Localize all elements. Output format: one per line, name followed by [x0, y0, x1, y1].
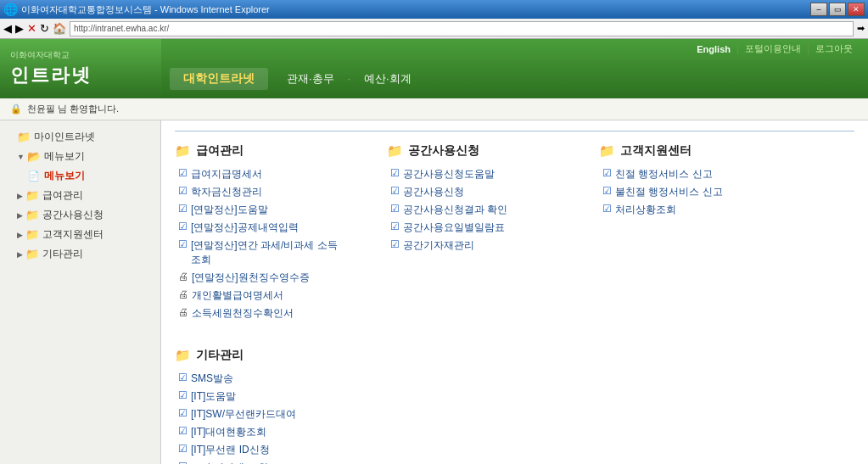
section-space-title: 공간사용신청 [408, 143, 479, 159]
folder-icon: 📁 [25, 189, 39, 203]
lock-icon: 🔒 [10, 103, 22, 115]
window-controls[interactable]: – ▭ ✕ [810, 3, 865, 16]
menu-item-other-3[interactable]: ☑ [IT]SW/무선랜카드대여 [175, 405, 854, 423]
titlebar: 🌐 이화여자대학교통합정보시스템 - Windows Internet Expl… [0, 0, 868, 19]
section-folder-icon: 📁 [599, 143, 615, 159]
section-space-header: 📁 공간사용신청 [387, 143, 574, 159]
expand-icon: ▶ [17, 192, 23, 200]
sidebar-item-support[interactable]: ▶ 📁 고객지원센터 [0, 225, 160, 244]
menu-item-salary-5[interactable]: ☑ [연말정산]연간 과세/비과세 소득조회 [175, 237, 361, 269]
stop-icon[interactable]: ✕ [27, 22, 36, 35]
check-icon: ☑ [178, 407, 188, 419]
home-icon[interactable]: 🏠 [53, 22, 66, 35]
check-icon: ☑ [390, 238, 400, 250]
content-area: 📁 급여관리 ☑ 급여지급명세서 ☑ 학자금신청관리 ☑ [연말정산]도움말 ☑ [161, 120, 868, 464]
link-logout[interactable]: 로그아웃 [809, 42, 860, 55]
check-icon: ☑ [178, 389, 188, 401]
menu-item-salary-7[interactable]: 🖨 개인활별급여명세서 [175, 287, 361, 305]
sidebar-item-salary[interactable]: ▶ 📁 급여관리 [0, 186, 160, 205]
close-button[interactable]: ✕ [848, 3, 865, 16]
welcome-message: 천윤필 님 환영합니다. [27, 103, 119, 115]
check-icon: ☑ [178, 167, 188, 179]
menu-item-salary-4[interactable]: ☑ [연말정산]공제내역입력 [175, 219, 361, 237]
address-bar[interactable]: http://intranet.ewha.ac.kr/ [70, 21, 854, 36]
school-name: 이화여자대학교 [10, 49, 151, 61]
sidebar: 📁 마이인트라넷 ▼ 📂 메뉴보기 📄 메뉴보기 ▶ 📁 급여관리 ▶ 📁 공간… [0, 120, 161, 464]
logo-area: 이화여자대학교 인트라넷 [0, 39, 161, 98]
menu-item-space-3[interactable]: ☑ 공간사용신청결과 확인 [387, 201, 574, 219]
sidebar-item-myintranet[interactable]: 📁 마이인트라넷 [0, 127, 160, 147]
folder-icon: 📁 [17, 131, 31, 144]
menu-item-salary-2[interactable]: ☑ 학자금신청관리 [175, 183, 361, 201]
minimize-button[interactable]: – [810, 3, 827, 16]
top-links: English 포털이용안내 로그아웃 [161, 39, 868, 59]
menu-item-salary-6[interactable]: 🖨 [연말정산]원천징수영수증 [175, 269, 361, 287]
menu-item-other-5[interactable]: ☑ [IT]무선랜 ID신청 [175, 441, 854, 459]
main-nav: 대학인트라넷 관재·총무 · 예산·회계 [161, 59, 868, 98]
sidebar-item-other[interactable]: ▶ 📁 기타관리 [0, 244, 160, 264]
menu-item-salary-3[interactable]: ☑ [연말정산]도움말 [175, 201, 361, 219]
link-english[interactable]: English [690, 44, 738, 54]
refresh-icon[interactable]: ↻ [40, 22, 49, 35]
folder-icon: 📁 [25, 209, 39, 222]
check-icon: ☑ [390, 221, 400, 232]
app-header: 이화여자대학교 인트라넷 English 포털이용안내 로그아웃 대학인트라넷 … [0, 39, 868, 98]
print-icon: 🖨 [178, 271, 188, 282]
section-space: 📁 공간사용신청 ☑ 공간사용신청도움말 ☑ 공간사용신청 ☑ 공간사용신청결과… [387, 143, 574, 322]
go-icon[interactable]: ➡ [857, 23, 865, 34]
menu-sections-top: 📁 급여관리 ☑ 급여지급명세서 ☑ 학자금신청관리 ☑ [연말정산]도움말 ☑ [175, 143, 854, 339]
menu-item-support-2[interactable]: ☑ 불친절 행정서비스 신고 [599, 183, 786, 201]
welcome-bar: 🔒 천윤필 님 환영합니다. [0, 98, 868, 120]
menu-item-space-1[interactable]: ☑ 공간사용신청도움말 [387, 165, 574, 183]
menu-item-space-2[interactable]: ☑ 공간사용신청 [387, 183, 574, 201]
check-icon: ☑ [178, 221, 188, 232]
nav-current[interactable]: 대학인트라넷 [170, 68, 268, 90]
section-support-header: 📁 고객지원센터 [599, 143, 786, 159]
browser-toolbar: ◀ ▶ ✕ ↻ 🏠 http://intranet.ewha.ac.kr/ ➡ [0, 19, 868, 39]
nav-item-admin[interactable]: 관재·총무 [275, 68, 346, 90]
expand-icon: ▶ [17, 250, 23, 259]
check-icon: ☑ [178, 185, 188, 197]
expand-icon: ▼ [17, 153, 25, 161]
check-icon: ☑ [390, 167, 400, 179]
menu-item-support-3[interactable]: ☑ 처리상황조회 [599, 201, 786, 219]
browser-icon: 🌐 [3, 3, 18, 16]
forward-icon[interactable]: ▶ [15, 22, 24, 35]
folder-icon: 📄 [27, 170, 41, 183]
menu-item-salary-8[interactable]: 🖨 소득세원천징수확인서 [175, 305, 361, 322]
menu-item-space-5[interactable]: ☑ 공간기자재관리 [387, 237, 574, 254]
window-title: 이화여자대학교통합정보시스템 - Windows Internet Explor… [21, 3, 270, 16]
nav-separator: · [348, 73, 350, 85]
expand-icon: ▶ [17, 211, 23, 220]
menu-item-space-4[interactable]: ☑ 공간사용요일별일람표 [387, 219, 574, 237]
check-icon: ☑ [390, 203, 400, 215]
restore-button[interactable]: ▭ [829, 3, 846, 16]
print-icon: 🖨 [178, 288, 188, 300]
menu-sections-bottom: 📁 기타관리 ☑ SMS발송 ☑ [IT]도움말 ☑ [IT]SW/무선랜카드대… [175, 348, 854, 464]
section-salary: 📁 급여관리 ☑ 급여지급명세서 ☑ 학자금신청관리 ☑ [연말정산]도움말 ☑ [175, 143, 361, 322]
menu-item-other-6[interactable]: ☑ 고가 기자재 조회 [175, 459, 854, 464]
menu-item-other-1[interactable]: ☑ SMS발송 [175, 370, 854, 388]
menu-item-support-1[interactable]: ☑ 친절 행정서비스 신고 [599, 165, 786, 183]
link-portal-guide[interactable]: 포털이용안내 [738, 42, 809, 55]
sidebar-item-menuview-child[interactable]: 📄 메뉴보기 [0, 166, 160, 186]
check-icon: ☑ [178, 203, 188, 215]
section-salary-title: 급여관리 [196, 143, 244, 159]
nav-item-budget[interactable]: 예산·회계 [352, 68, 423, 90]
section-other-title: 기타관리 [196, 348, 244, 363]
back-icon[interactable]: ◀ [3, 22, 12, 35]
sidebar-item-space[interactable]: ▶ 📁 공간사용신청 [0, 205, 160, 225]
expand-icon: ▶ [17, 231, 23, 239]
menu-item-salary-1[interactable]: ☑ 급여지급명세서 [175, 165, 361, 183]
section-folder-icon: 📁 [175, 143, 191, 159]
check-icon: ☑ [602, 203, 612, 215]
section-other-header: 📁 기타관리 [175, 348, 854, 363]
section-folder-icon: 📁 [175, 348, 191, 363]
sidebar-item-menuview-parent[interactable]: ▼ 📂 메뉴보기 [0, 147, 160, 166]
menu-item-other-2[interactable]: ☑ [IT]도움말 [175, 388, 854, 405]
menu-item-other-4[interactable]: ☑ [IT]대여현황조회 [175, 423, 854, 441]
section-other: 📁 기타관리 ☑ SMS발송 ☑ [IT]도움말 ☑ [IT]SW/무선랜카드대… [175, 348, 854, 464]
check-icon: ☑ [602, 167, 612, 179]
check-icon: ☑ [178, 443, 188, 455]
check-icon: ☑ [390, 185, 400, 197]
